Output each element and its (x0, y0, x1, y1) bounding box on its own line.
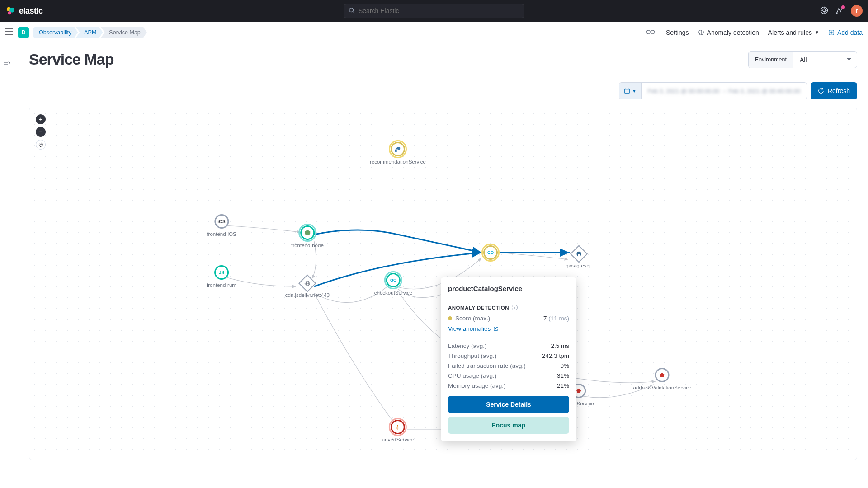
svg-point-16 (646, 30, 650, 34)
plus-circle-icon (828, 29, 835, 36)
anomaly-section-header: ANOMALY DETECTION i (448, 305, 569, 310)
app-header: D Observability APM Service Map Settings… (0, 22, 868, 43)
page-title: Service Map (29, 51, 113, 68)
elastic-logo-icon (5, 6, 15, 16)
postgresql-icon (576, 251, 582, 257)
brand-name: elastic (19, 6, 43, 16)
focus-map-button[interactable]: Focus map (448, 417, 569, 434)
search-icon (349, 7, 355, 15)
node-frontend-rum[interactable]: JS frontend-rum (207, 265, 236, 288)
popover-divider (448, 338, 569, 338)
stats-list: Latency (avg.)2.5 ms Throughput (avg.)24… (448, 343, 569, 389)
environment-label: Environment (749, 52, 793, 68)
service-popover: productCatalogService ANOMALY DETECTION … (441, 277, 576, 441)
search-input[interactable] (359, 7, 519, 14)
anomaly-detection-link[interactable]: Anomaly detection (698, 29, 759, 36)
svg-point-2 (8, 11, 11, 14)
chevron-down-icon: ▼ (632, 89, 637, 94)
space-selector[interactable]: D (18, 27, 29, 38)
breadcrumb-apm[interactable]: APM (76, 27, 103, 38)
service-details-button[interactable]: Service Details (448, 396, 569, 413)
alerts-rules-link[interactable]: Alerts and rules ▼ (768, 29, 819, 36)
add-data-link[interactable]: Add data (828, 29, 863, 36)
popover-title: productCatalogService (448, 285, 569, 298)
node-postgresql[interactable]: postgresql (566, 246, 590, 268)
nodejs-icon (304, 230, 311, 236)
refresh-icon (818, 88, 824, 94)
breadcrumb-service-map: Service Map (101, 27, 146, 38)
brand-logo[interactable]: elastic (5, 6, 43, 16)
globe-icon (304, 280, 311, 286)
svg-point-34 (396, 147, 397, 148)
svg-point-17 (651, 30, 655, 34)
zoom-in-button[interactable]: + (36, 114, 46, 124)
status-dot-icon (448, 316, 452, 320)
zoom-controls: + − (36, 114, 46, 150)
nav-toggle-icon[interactable] (5, 28, 13, 36)
brain-icon (698, 29, 704, 36)
node-frontend-ios[interactable]: iOS frontend-iOS (207, 214, 236, 237)
sidebar-expand-icon[interactable] (4, 60, 10, 67)
node-advert[interactable]: advertService (382, 420, 414, 442)
zoom-out-button[interactable]: − (36, 127, 46, 137)
svg-point-6 (823, 9, 826, 12)
ruby-icon (659, 372, 665, 378)
calendar-icon (624, 88, 630, 94)
node-frontend-node[interactable]: frontend-node (291, 225, 324, 248)
environment-selector[interactable]: Environment All (748, 51, 857, 68)
refresh-button[interactable]: Refresh (811, 82, 857, 99)
svg-line-4 (353, 11, 355, 13)
svg-point-3 (349, 8, 354, 12)
svg-rect-24 (625, 89, 630, 94)
node-product-catalog[interactable]: GO (483, 245, 498, 260)
header-divider (29, 75, 857, 75)
user-avatar[interactable]: r (851, 5, 863, 17)
node-address-validation[interactable]: addressValidationService (633, 368, 692, 390)
newsfeed-icon[interactable] (835, 6, 844, 16)
inspect-icon[interactable] (646, 28, 655, 36)
calendar-button[interactable]: ▼ (619, 83, 642, 99)
breadcrumb: Observability APM Service Map (33, 27, 147, 38)
date-range-picker[interactable]: ▼ Feb 3, 2021 @ 00:00:00.00 → Feb 3, 202… (619, 82, 807, 99)
environment-value[interactable]: All (793, 52, 857, 68)
ruby-icon (576, 388, 582, 394)
java-icon (395, 424, 401, 430)
zoom-fit-button[interactable] (36, 140, 46, 150)
svg-marker-30 (305, 230, 310, 235)
view-anomalies-link[interactable]: View anomalies (448, 325, 569, 332)
notification-dot (841, 5, 845, 9)
chevron-down-icon: ▼ (815, 30, 819, 35)
score-label: Score (max.) (448, 315, 490, 322)
service-map-canvas[interactable]: + − (29, 108, 857, 460)
date-range-display[interactable]: Feb 3, 2021 @ 00:00:00.00 → Feb 3, 2021 … (642, 83, 807, 99)
node-checkout[interactable]: GO checkoutService (374, 273, 412, 296)
svg-point-11 (836, 13, 837, 14)
node-cdn[interactable]: cdn.jsdelivr.net:443 (285, 275, 330, 298)
settings-link[interactable]: Settings (666, 29, 689, 36)
global-search[interactable] (344, 4, 524, 18)
help-icon[interactable] (820, 6, 828, 16)
external-link-icon (493, 326, 498, 331)
info-icon[interactable]: i (512, 305, 518, 310)
score-value: 7 (11 ms) (543, 315, 569, 322)
node-recommendation[interactable]: recommendationService (370, 142, 426, 164)
global-header: elastic r (0, 0, 868, 22)
breadcrumb-observability[interactable]: Observability (33, 27, 78, 38)
python-icon (394, 146, 401, 153)
svg-point-29 (40, 144, 41, 145)
